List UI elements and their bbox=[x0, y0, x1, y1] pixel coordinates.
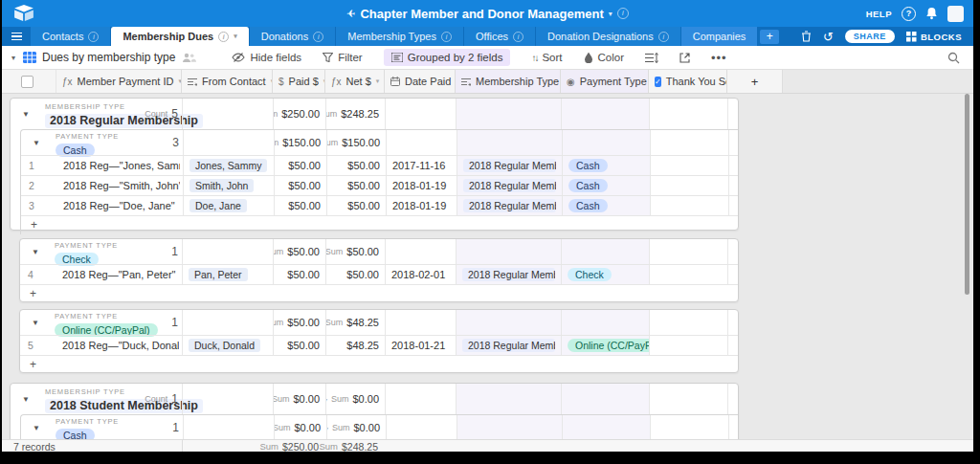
tab-donation-designations[interactable]: Donation Designationsi bbox=[536, 27, 680, 46]
subgroup-net-sum[interactable]: ▾Sum$50.00 bbox=[325, 239, 385, 264]
subgroup-header[interactable]: ▼ PAYMENT TYPE Check 1 ▾Sum$50.00 ▾Sum$5… bbox=[20, 239, 738, 264]
title-info-icon[interactable]: i bbox=[617, 8, 629, 19]
view-name[interactable]: Dues by membership type bbox=[42, 51, 175, 64]
paid-cell[interactable]: $50.00 bbox=[274, 196, 326, 215]
blocks-button[interactable]: BLOCKS bbox=[906, 32, 962, 42]
tab-contacts[interactable]: Contactsi bbox=[31, 27, 110, 46]
color-button[interactable]: Color bbox=[584, 52, 624, 63]
column-header-date-paid[interactable]: Date Paid▾ bbox=[384, 70, 455, 93]
collapse-group-icon[interactable]: ▼ bbox=[22, 395, 30, 404]
filter-button[interactable]: Filter bbox=[323, 52, 363, 63]
help-button[interactable]: HELP bbox=[866, 9, 892, 19]
table-row[interactable]: 1 2018 Reg—"Jones, Sammy" Jones, Sammy $… bbox=[21, 155, 738, 175]
subgroup-paid-sum[interactable]: ▾Sum$0.00 bbox=[274, 415, 326, 439]
primary-cell[interactable]: 2018 Reg—"Pan, Peter" bbox=[62, 265, 179, 284]
tab-info-icon[interactable]: i bbox=[658, 32, 669, 42]
vertical-scrollbar[interactable] bbox=[965, 94, 969, 295]
paid-cell[interactable]: $50.00 bbox=[274, 176, 326, 195]
membership-cell[interactable]: 2018 Regular Membership bbox=[457, 176, 562, 195]
contact-cell[interactable]: Doe, Jane bbox=[183, 196, 274, 215]
column-header-from-contact[interactable]: From Contact▾ bbox=[181, 70, 272, 93]
column-header-member-payment-id[interactable]: ƒx Member Payment ID▾ bbox=[56, 70, 181, 93]
footer-paid-sum[interactable]: Sum$250.00 bbox=[255, 441, 324, 452]
hamburger-menu-icon[interactable] bbox=[2, 27, 31, 46]
group-net-sum[interactable]: ▾Sum$248.25 bbox=[325, 99, 385, 129]
collapse-group-icon[interactable]: ▼ bbox=[32, 319, 39, 327]
row-number[interactable]: 5 bbox=[28, 336, 49, 355]
add-row-button[interactable]: + bbox=[20, 284, 738, 303]
history-icon[interactable]: ↺ bbox=[823, 31, 834, 43]
collapse-group-icon[interactable]: ▼ bbox=[32, 248, 39, 256]
tab-info-icon[interactable]: i bbox=[513, 32, 523, 42]
subgroup-paid-sum[interactable]: ▾Sum$50.00 bbox=[273, 310, 325, 335]
group-button[interactable]: Grouped by 2 fields bbox=[384, 49, 511, 66]
share-button[interactable]: SHARE bbox=[845, 30, 895, 43]
primary-cell[interactable]: 2018 Reg—"Smith, John" bbox=[63, 176, 180, 195]
tab-membership-types[interactable]: Membership Typesi bbox=[336, 27, 463, 46]
payment-cell[interactable]: Cash bbox=[562, 196, 650, 215]
membership-cell[interactable]: 2018 Regular Membership bbox=[456, 265, 561, 284]
payment-cell[interactable]: Online (CC/PayPal) bbox=[561, 336, 649, 355]
date-cell[interactable]: 2018-01-19 bbox=[386, 196, 457, 215]
membership-cell[interactable]: 2018 Regular Membership bbox=[456, 336, 561, 355]
collapse-group-icon[interactable]: ▼ bbox=[33, 424, 40, 432]
row-number[interactable]: 3 bbox=[29, 196, 50, 215]
contact-cell[interactable]: Smith, John bbox=[183, 176, 274, 195]
membership-cell[interactable]: 2018 Regular Membership bbox=[457, 156, 562, 175]
date-cell[interactable]: 2018-01-21 bbox=[385, 336, 456, 355]
title-caret-icon[interactable]: ▾ bbox=[609, 10, 612, 18]
thank-you-cell[interactable] bbox=[650, 196, 728, 215]
contact-cell[interactable]: Pan, Peter bbox=[182, 265, 273, 284]
net-cell[interactable]: $50.00 bbox=[326, 176, 386, 195]
tab-caret-icon[interactable]: ▾ bbox=[234, 33, 237, 40]
add-row-button[interactable]: + bbox=[20, 355, 738, 374]
table-row[interactable]: 4 2018 Reg—"Pan, Peter" Pan, Peter $50.0… bbox=[20, 264, 738, 284]
tab-companies[interactable]: Companies bbox=[681, 27, 758, 46]
subgroup-header[interactable]: ▼ PAYMENT TYPE Cash 1 ▾Sum$0.00 ▾Sum$0.0… bbox=[21, 415, 738, 439]
row-height-button[interactable] bbox=[645, 53, 658, 63]
sort-button[interactable]: ↑↓ Sort bbox=[531, 52, 562, 63]
thank-you-cell[interactable] bbox=[649, 265, 727, 284]
group-paid-sum[interactable]: ▾Sum$0.00 bbox=[273, 384, 325, 414]
net-cell[interactable]: $48.25 bbox=[325, 336, 385, 355]
column-header-thank-you-sent[interactable]: ✓ Thank You Sent?▾ bbox=[648, 70, 726, 93]
subgroup-net-sum[interactable]: ▾Sum$0.00 bbox=[326, 415, 386, 439]
primary-cell[interactable]: 2018 Reg—"Doe, Jane" bbox=[63, 196, 180, 215]
net-cell[interactable]: $50.00 bbox=[325, 265, 385, 284]
subgroup-net-sum[interactable]: ▾Sum$150.00 bbox=[326, 130, 386, 155]
column-header-net[interactable]: ƒx Net $▾ bbox=[324, 70, 384, 93]
tab-offices[interactable]: Officesi bbox=[464, 27, 535, 46]
hide-fields-button[interactable]: Hide fields bbox=[232, 52, 301, 63]
tab-membership-dues[interactable]: Membership Duesi▾ bbox=[111, 27, 248, 46]
subgroup-paid-sum[interactable]: ▾Sum$50.00 bbox=[273, 239, 325, 264]
airtable-logo-icon[interactable] bbox=[13, 5, 34, 22]
column-header-membership-type[interactable]: Membership Type▾ bbox=[455, 70, 560, 93]
group-header[interactable]: ▼ MEMBERSHIP TYPE 2018 Regular Membershi… bbox=[11, 99, 738, 129]
select-all-checkbox[interactable] bbox=[2, 70, 56, 93]
date-cell[interactable]: 2018-01-19 bbox=[386, 176, 457, 195]
share-view-button[interactable] bbox=[679, 53, 690, 63]
thank-you-cell[interactable] bbox=[649, 336, 727, 355]
tab-info-icon[interactable]: i bbox=[88, 32, 99, 42]
column-caret-icon[interactable]: ▾ bbox=[376, 77, 380, 85]
payment-cell[interactable]: Cash bbox=[562, 156, 650, 175]
collapse-group-icon[interactable]: ▼ bbox=[22, 110, 30, 119]
more-options-button[interactable]: ••• bbox=[711, 51, 727, 65]
net-cell[interactable]: $50.00 bbox=[326, 156, 386, 175]
paid-cell[interactable]: $50.00 bbox=[273, 265, 325, 284]
search-icon[interactable] bbox=[947, 52, 960, 64]
net-cell[interactable]: $50.00 bbox=[326, 196, 386, 215]
paid-cell[interactable]: $50.00 bbox=[274, 156, 326, 175]
add-row-button[interactable]: + bbox=[21, 215, 738, 234]
subgroup-header[interactable]: ▼ PAYMENT TYPE Cash 3 ▾Sum$150.00 ▾Sum$1… bbox=[21, 130, 738, 155]
payment-cell[interactable]: Cash bbox=[562, 176, 650, 195]
table-row[interactable]: 2 2018 Reg—"Smith, John" Smith, John $50… bbox=[21, 175, 738, 195]
payment-cell[interactable]: Check bbox=[561, 265, 649, 284]
view-sidebar-caret-icon[interactable]: ▾ bbox=[11, 54, 15, 62]
thank-you-cell[interactable] bbox=[650, 176, 728, 195]
question-icon[interactable]: ? bbox=[902, 7, 916, 21]
tab-info-icon[interactable]: i bbox=[441, 32, 452, 42]
group-paid-sum[interactable]: ▾Sum$250.00 bbox=[273, 99, 325, 129]
collaborators-icon[interactable] bbox=[182, 53, 196, 63]
subgroup-paid-sum[interactable]: ▾Sum$150.00 bbox=[274, 130, 326, 155]
